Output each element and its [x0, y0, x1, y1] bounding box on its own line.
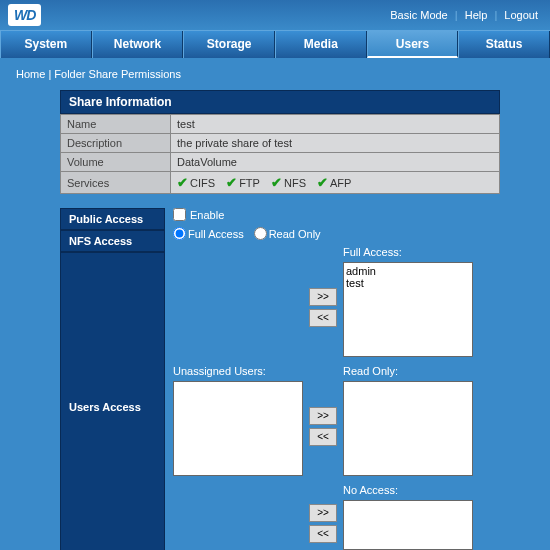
label-name: Name: [61, 115, 171, 134]
row-description: Description the private share of test: [61, 134, 500, 153]
sidetab-users-access[interactable]: Users Access: [60, 252, 165, 550]
label-description: Description: [61, 134, 171, 153]
full-access-list[interactable]: admin test: [343, 262, 473, 357]
move-left-button[interactable]: <<: [309, 525, 337, 543]
share-info-table: Name test Description the private share …: [60, 114, 500, 194]
label-volume: Volume: [61, 153, 171, 172]
value-services: ✔CIFS ✔FTP ✔NFS ✔AFP: [171, 172, 500, 194]
basic-mode-link[interactable]: Basic Mode: [386, 9, 451, 21]
move-right-button[interactable]: >>: [309, 504, 337, 522]
crumb-page: Folder Share Permissions: [54, 68, 181, 80]
crumb-home[interactable]: Home: [16, 68, 45, 80]
move-buttons-noaccess: >> <<: [309, 504, 337, 543]
check-icon: ✔: [317, 175, 328, 190]
col-full-access: Full Access: admin test: [343, 246, 473, 357]
enable-row: Enable: [173, 208, 500, 221]
permissions-body: Enable Full Access Read Only >> <<: [165, 208, 500, 550]
row-name: Name test: [61, 115, 500, 134]
move-buttons-readonly: >> <<: [309, 407, 337, 446]
service-afp: ✔AFP: [317, 175, 351, 190]
enable-label: Enable: [190, 209, 224, 221]
unassigned-list[interactable]: [173, 381, 303, 476]
topbar: WD Basic Mode | Help | Logout: [0, 0, 550, 30]
move-buttons-full: >> <<: [309, 288, 337, 327]
move-left-button[interactable]: <<: [309, 309, 337, 327]
unassigned-label: Unassigned Users:: [173, 365, 303, 379]
row-volume: Volume DataVolume: [61, 153, 500, 172]
logout-link[interactable]: Logout: [500, 9, 542, 21]
separator: |: [455, 9, 458, 21]
breadcrumb: Home | Folder Share Permissions: [0, 58, 550, 90]
access-radio-row: Full Access Read Only: [173, 227, 500, 240]
sidetab-public-access[interactable]: Public Access: [60, 208, 165, 230]
readonly-list[interactable]: [343, 381, 473, 476]
col-noaccess: No Access:: [343, 484, 473, 550]
move-right-button[interactable]: >>: [309, 407, 337, 425]
radio-readonly-input[interactable]: [254, 227, 267, 240]
check-icon: ✔: [271, 175, 282, 190]
service-ftp: ✔FTP: [226, 175, 260, 190]
col-unassigned: Unassigned Users:: [173, 365, 303, 476]
crumb-sep: |: [48, 68, 51, 80]
value-name: test: [171, 115, 500, 134]
readonly-label: Read Only:: [343, 365, 473, 379]
help-link[interactable]: Help: [461, 9, 492, 21]
transfer-noaccess: >> << No Access:: [173, 484, 500, 550]
separator: |: [494, 9, 497, 21]
full-access-label: Full Access:: [343, 246, 473, 260]
tab-users[interactable]: Users: [367, 31, 459, 58]
sidetab-nfs-access[interactable]: NFS Access: [60, 230, 165, 252]
radio-read-only[interactable]: Read Only: [254, 227, 321, 240]
service-cifs: ✔CIFS: [177, 175, 215, 190]
transfer-full: >> << Full Access: admin test: [173, 246, 500, 357]
label-services: Services: [61, 172, 171, 194]
move-right-button[interactable]: >>: [309, 288, 337, 306]
permissions-wrap: Public Access NFS Access Users Access En…: [60, 208, 500, 550]
tab-storage[interactable]: Storage: [183, 31, 275, 58]
move-left-button[interactable]: <<: [309, 428, 337, 446]
main-tabs: System Network Storage Media Users Statu…: [0, 30, 550, 58]
top-links: Basic Mode | Help | Logout: [386, 9, 542, 21]
col-readonly: Read Only:: [343, 365, 473, 476]
empty-label: [173, 246, 303, 260]
tab-status[interactable]: Status: [458, 31, 550, 58]
spacer: [173, 500, 303, 550]
empty-label: [173, 484, 303, 498]
radio-full-input[interactable]: [173, 227, 186, 240]
enable-checkbox[interactable]: [173, 208, 186, 221]
check-icon: ✔: [177, 175, 188, 190]
col-spacer-left: [173, 246, 303, 357]
value-description: the private share of test: [171, 134, 500, 153]
content: Share Information Name test Description …: [0, 90, 550, 550]
tab-media[interactable]: Media: [275, 31, 367, 58]
spacer: [173, 262, 303, 357]
wd-logo: WD: [8, 4, 41, 26]
tab-network[interactable]: Network: [92, 31, 184, 58]
row-services: Services ✔CIFS ✔FTP ✔NFS ✔AFP: [61, 172, 500, 194]
app-root: WD Basic Mode | Help | Logout System Net…: [0, 0, 550, 550]
value-volume: DataVolume: [171, 153, 500, 172]
check-icon: ✔: [226, 175, 237, 190]
service-nfs: ✔NFS: [271, 175, 306, 190]
radio-full-access[interactable]: Full Access: [173, 227, 244, 240]
share-info-header: Share Information: [60, 90, 500, 114]
tab-system[interactable]: System: [0, 31, 92, 58]
noaccess-label: No Access:: [343, 484, 473, 498]
col-spacer-left2: [173, 484, 303, 550]
noaccess-list[interactable]: [343, 500, 473, 550]
transfer-readonly: Unassigned Users: >> << Read Only:: [173, 365, 500, 476]
side-tabs: Public Access NFS Access Users Access: [60, 208, 165, 550]
